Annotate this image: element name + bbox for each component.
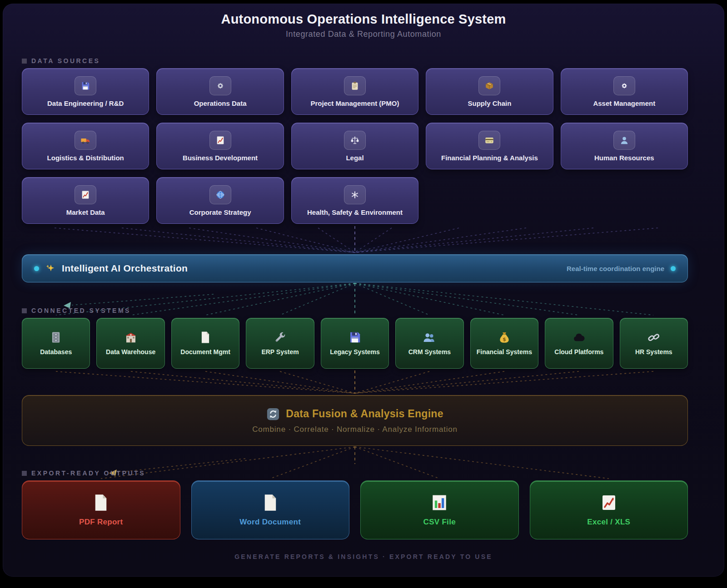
- fusion-subtitle: Combine · Correlate · Normalize · Analyz…: [252, 425, 458, 434]
- truck-icon: [75, 131, 96, 150]
- card-label: Human Resources: [591, 154, 658, 162]
- data-fusion-engine-band: Data Fusion & Analysis Engine Combine · …: [22, 395, 688, 446]
- card-label: Business Development: [179, 154, 261, 162]
- card-label: Operations Data: [190, 99, 250, 107]
- orchestration-title: Intelligent AI Orchestration: [62, 263, 188, 274]
- globe-icon: [209, 185, 231, 204]
- project-management-pmo-card: Project Management (PMO): [291, 68, 418, 115]
- card-label: HR Systems: [635, 348, 672, 356]
- ai-orchestration-bar: Intelligent AI Orchestration Real-time c…: [22, 254, 688, 282]
- financial-systems-card: $Financial Systems: [470, 318, 538, 369]
- document-icon: [199, 331, 212, 344]
- databases-card: Databases: [22, 318, 90, 369]
- square-bullet-icon: [22, 471, 27, 476]
- corporate-strategy-card: Corporate Strategy: [156, 177, 284, 224]
- chart-up-icon: [209, 131, 231, 150]
- card-label: Cloud Platforms: [554, 348, 603, 356]
- card-label: Legacy Systems: [330, 348, 380, 356]
- card-label: Asset Management: [589, 99, 659, 107]
- card-label: ERP System: [261, 348, 299, 356]
- card-label: Word Document: [239, 518, 301, 527]
- status-dot-icon: [671, 266, 676, 271]
- card-label: Corporate Strategy: [186, 208, 255, 216]
- erp-system-card: ERP System: [246, 318, 314, 369]
- cloud-platforms-card: Cloud Platforms: [545, 318, 613, 369]
- square-bullet-icon: [22, 308, 27, 313]
- card-label: PDF Report: [79, 518, 123, 527]
- legacy-systems-card: Legacy Systems: [321, 318, 389, 369]
- chart-up-icon: [599, 493, 618, 512]
- white-gear-icon: [613, 76, 635, 95]
- cloud-icon: [572, 331, 586, 344]
- word-document-card: Word Document: [191, 480, 350, 539]
- operations-data-card: Operations Data: [156, 68, 284, 115]
- building-icon: [124, 331, 138, 344]
- card-label: Supply Chain: [464, 99, 515, 107]
- asterisk-icon: [344, 185, 366, 204]
- market-data-card: Market Data: [22, 177, 149, 224]
- card-label: Financial Systems: [477, 348, 532, 356]
- card-label: Logistics & Distribution: [44, 154, 128, 162]
- card-label: Project Management (PMO): [307, 99, 403, 107]
- card-label: Excel / XLS: [587, 518, 630, 527]
- card-label: Databases: [40, 348, 72, 356]
- floppy-disk-icon: [348, 331, 362, 344]
- outputs-grid: PDF ReportWord DocumentCSV FileExcel / X…: [22, 480, 688, 539]
- people-icon: [423, 331, 436, 344]
- human-resources-card: Human Resources: [561, 123, 688, 169]
- financial-planning-analysis-card: Financial Planning & Analysis: [426, 123, 553, 169]
- card-label: CSV File: [423, 518, 456, 527]
- card-label: Data Warehouse: [106, 348, 155, 356]
- section-label-connected-systems: CONNECTED SYSTEMS: [22, 307, 131, 314]
- credit-card-icon: [478, 131, 500, 150]
- wrench-icon: [274, 331, 287, 344]
- health-safety-environment-card: Health, Safety & Environment: [291, 177, 418, 224]
- orchestration-status: Real-time coordination engine: [567, 265, 664, 272]
- page-icon: [261, 493, 280, 512]
- link-icon: [647, 331, 661, 344]
- supply-chain-card: Supply Chain: [426, 68, 553, 115]
- data-engineering-r-d-card: Data Engineering / R&D: [22, 68, 149, 115]
- connected-systems-grid: DatabasesData WarehouseDocument MgmtERP …: [22, 318, 688, 369]
- status-dot-icon: [34, 266, 39, 271]
- bar-chart-icon: [430, 493, 449, 512]
- square-bullet-icon: [22, 59, 27, 64]
- card-label: Legal: [342, 154, 367, 162]
- logistics-distribution-card: Logistics & Distribution: [22, 123, 149, 169]
- fusion-title: Data Fusion & Analysis Engine: [286, 408, 443, 420]
- asset-management-card: Asset Management: [561, 68, 688, 115]
- sparkles-icon: [45, 263, 55, 273]
- section-label-data-sources: DATA SOURCES: [22, 57, 100, 64]
- card-label: Financial Planning & Analysis: [438, 154, 542, 162]
- legal-card: Legal: [291, 123, 418, 169]
- hr-systems-card: HR Systems: [620, 318, 688, 369]
- scales-icon: [344, 131, 366, 150]
- footer-caption: GENERATE REPORTS & INSIGHTS · EXPORT REA…: [0, 553, 727, 560]
- package-icon: [478, 76, 500, 95]
- clipboard-icon: [344, 76, 366, 95]
- gear-icon: [209, 76, 231, 95]
- crm-systems-card: CRM Systems: [395, 318, 463, 369]
- data-warehouse-card: Data Warehouse: [96, 318, 164, 369]
- money-bag-icon: $: [498, 331, 511, 344]
- page-icon: [91, 493, 110, 512]
- section-label-outputs: EXPORT-READY OUTPUTS: [22, 469, 145, 477]
- file-cabinet-icon: [49, 331, 63, 344]
- svg-text:$: $: [503, 336, 506, 342]
- card-label: CRM Systems: [408, 348, 451, 356]
- card-label: Market Data: [63, 208, 109, 216]
- page-subtitle: Integrated Data & Reporting Automation: [0, 30, 727, 39]
- data-sources-grid: Data Engineering / R&DOperations DataPro…: [22, 68, 688, 224]
- chart-up-icon: [75, 185, 96, 204]
- card-label: Data Engineering / R&D: [44, 99, 127, 107]
- pdf-report-card: PDF Report: [22, 480, 180, 539]
- document-mgmt-card: Document Mgmt: [171, 318, 239, 369]
- refresh-icon: [266, 407, 280, 421]
- page-title: Autonomous Operations Intelligence Syste…: [0, 12, 727, 27]
- excel-xls-card: Excel / XLS: [530, 480, 688, 539]
- card-label: Document Mgmt: [180, 348, 230, 356]
- floppy-disk-icon: [75, 76, 96, 95]
- business-development-card: Business Development: [156, 123, 284, 169]
- person-icon: [613, 131, 635, 150]
- card-label: Health, Safety & Environment: [304, 208, 406, 216]
